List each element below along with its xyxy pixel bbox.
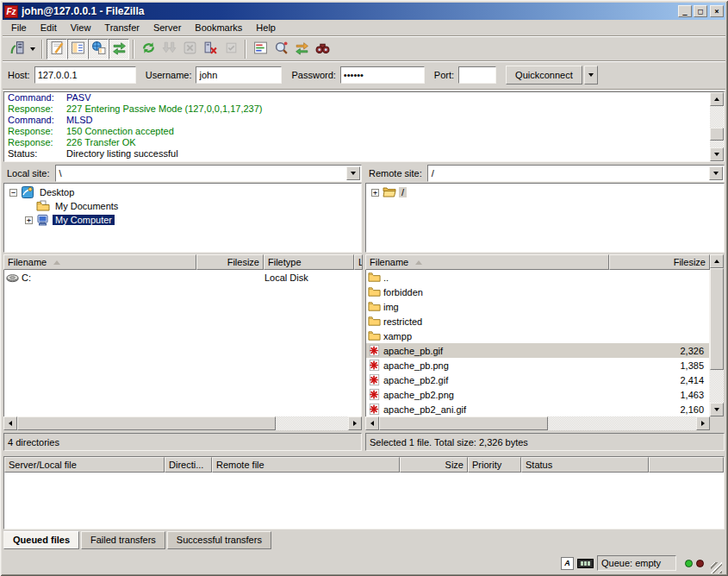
- scroll-up-button[interactable]: [710, 254, 724, 268]
- titlebar[interactable]: Fz john@127.0.0.1 - FileZilla _ □ ×: [3, 3, 725, 20]
- sync-browse-button[interactable]: [291, 39, 312, 59]
- site-manager-button[interactable]: [6, 39, 27, 59]
- filter-button[interactable]: [250, 39, 271, 59]
- scroll-left-button[interactable]: [365, 416, 379, 430]
- remote-file-row[interactable]: xampp: [366, 329, 709, 343]
- tab-queued-files[interactable]: Queued files: [3, 531, 79, 549]
- resize-grip[interactable]: [711, 562, 722, 573]
- remote-file-row[interactable]: restricted: [366, 314, 709, 329]
- scroll-left-button[interactable]: [3, 416, 17, 430]
- scroll-down-button[interactable]: [710, 147, 724, 161]
- disconnect-button[interactable]: [200, 39, 221, 59]
- scroll-up-button[interactable]: [710, 92, 724, 106]
- column-header-filename[interactable]: Filename: [365, 254, 609, 270]
- host-input[interactable]: [34, 66, 136, 84]
- menu-bookmarks[interactable]: Bookmarks: [188, 21, 249, 34]
- quickconnect-button[interactable]: Quickconnect: [506, 66, 582, 85]
- minimize-icon: _: [682, 8, 687, 16]
- column-header-l[interactable]: L: [354, 254, 363, 270]
- queue-column-size[interactable]: Size: [400, 457, 468, 473]
- toggle-local-tree-button[interactable]: [67, 39, 88, 59]
- scroll-down-button[interactable]: [710, 403, 724, 416]
- folder-icon: [368, 329, 382, 343]
- menu-help[interactable]: Help: [249, 21, 283, 34]
- column-header-filesize[interactable]: Filesize: [609, 254, 710, 270]
- local-site-dropdown-button[interactable]: [346, 166, 360, 180]
- log-line: Response:150 Connection accepted: [4, 126, 724, 137]
- remote-site-combo[interactable]: /: [427, 165, 725, 182]
- quickconnect-dropdown-button[interactable]: [584, 66, 598, 85]
- compare-button[interactable]: [271, 39, 291, 59]
- menu-view[interactable]: View: [64, 21, 98, 34]
- scroll-thumb[interactable]: [17, 416, 276, 430]
- remote-site-dropdown-button[interactable]: [709, 166, 723, 180]
- queue-body[interactable]: [4, 473, 724, 529]
- scroll-right-button[interactable]: [696, 416, 710, 430]
- filename-cell: apache_pb2.gif: [366, 373, 610, 387]
- column-header-label: L: [358, 257, 363, 267]
- tree-item-label: /: [399, 187, 407, 197]
- local-site-label: Local site:: [3, 168, 55, 178]
- queue-column-directi-[interactable]: Directi...: [165, 457, 212, 473]
- refresh-button[interactable]: [138, 39, 159, 59]
- toolbar-separator: [133, 40, 134, 59]
- remote-file-row[interactable]: ..: [366, 270, 709, 285]
- remote-file-row[interactable]: apache_pb2_ani.gif2,160: [366, 402, 709, 416]
- remote-file-row[interactable]: apache_pb.png1,385: [366, 358, 709, 373]
- queue-column-remote-file[interactable]: Remote file: [212, 457, 400, 473]
- tree-item-label: My Computer: [53, 215, 115, 225]
- remote-file-row[interactable]: apache_pb.gif2,326: [366, 343, 709, 358]
- menu-transfer[interactable]: Transfer: [97, 21, 146, 34]
- column-header-filesize[interactable]: Filesize: [196, 254, 264, 270]
- scroll-thumb[interactable]: [710, 128, 724, 141]
- remote-file-row[interactable]: apache_pb2.gif2,414: [366, 373, 709, 387]
- remote-file-row[interactable]: img: [366, 299, 709, 314]
- close-button[interactable]: ×: [710, 5, 724, 17]
- scroll-track[interactable]: [276, 416, 348, 430]
- toggle-queue-button[interactable]: [109, 39, 129, 59]
- menu-edit[interactable]: Edit: [34, 21, 64, 34]
- menu-file[interactable]: File: [4, 21, 34, 34]
- scroll-right-button[interactable]: [348, 416, 362, 430]
- reconnect-icon: [224, 41, 239, 57]
- port-input[interactable]: [458, 66, 496, 84]
- column-header-filename[interactable]: Filename: [3, 254, 196, 270]
- scroll-track[interactable]: [710, 370, 724, 403]
- scroll-track[interactable]: [548, 416, 696, 430]
- local-site-combo[interactable]: \: [55, 165, 362, 182]
- queue-column-server-local-file[interactable]: Server/Local file: [4, 457, 165, 473]
- scroll-thumb[interactable]: [379, 416, 548, 430]
- filename-cell: restricted: [366, 314, 610, 329]
- tree-item--[interactable]: +/: [366, 185, 724, 199]
- password-input[interactable]: [340, 66, 425, 84]
- scroll-track[interactable]: [710, 106, 724, 147]
- tree-expand-toggle[interactable]: −: [9, 189, 17, 197]
- queue-column-status[interactable]: Status: [521, 457, 649, 473]
- toggle-remote-tree-button[interactable]: [88, 39, 109, 59]
- menu-server[interactable]: Server: [146, 21, 188, 34]
- tab-successful-transfers[interactable]: Successful transfers: [167, 531, 271, 549]
- remote-file-row[interactable]: apache_pb2.png1,463: [366, 387, 709, 402]
- username-input[interactable]: [196, 66, 282, 84]
- queue-column-priority[interactable]: Priority: [468, 457, 521, 473]
- minimize-button[interactable]: _: [678, 5, 692, 17]
- local-file-row[interactable]: C:Local Disk: [4, 270, 361, 285]
- maximize-button[interactable]: □: [694, 5, 707, 17]
- triangle-right-icon: [353, 421, 357, 426]
- tree-item-desktop[interactable]: −Desktop: [4, 185, 361, 199]
- tree-item-label: My Documents: [53, 201, 121, 211]
- tree-item-my-computer[interactable]: +My Computer: [4, 213, 361, 227]
- tree-expand-toggle[interactable]: +: [371, 189, 379, 197]
- tree-expand-toggle[interactable]: +: [25, 216, 33, 224]
- image-file-icon: [368, 388, 382, 402]
- tab-failed-transfers[interactable]: Failed transfers: [81, 531, 165, 549]
- tree-item-my-documents[interactable]: My Documents: [4, 199, 361, 213]
- find-button[interactable]: [312, 39, 333, 59]
- column-header-filetype[interactable]: Filetype: [264, 254, 354, 270]
- local-list-header: FilenameFilesizeFiletypeL: [3, 254, 362, 270]
- scroll-thumb[interactable]: [710, 268, 724, 370]
- filetype-cell: Local Disk: [264, 270, 355, 285]
- toggle-message-log-button[interactable]: [47, 39, 67, 59]
- remote-file-row[interactable]: forbidden: [366, 285, 709, 299]
- site-manager-dropdown-button[interactable]: [27, 39, 38, 59]
